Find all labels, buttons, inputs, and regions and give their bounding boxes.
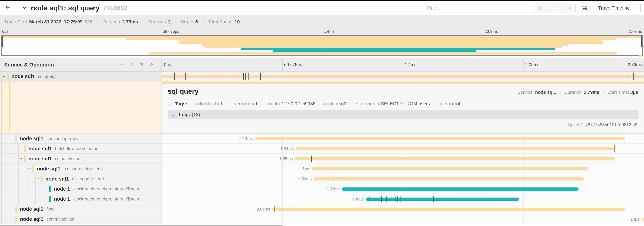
back-button[interactable] [0, 1, 16, 15]
horizontal-scrollbar[interactable] [0, 225, 282, 226]
span-timeline-cell[interactable]: 2.04ms [162, 204, 644, 214]
span-tree-cell[interactable]: node 1/cockroach.roachpb.Internal/Batch [0, 184, 162, 194]
locate-icon[interactable] [535, 3, 545, 13]
span-duration-bar[interactable] [272, 207, 625, 211]
find-next-chevron-down-icon[interactable] [555, 3, 565, 13]
tag-key: client [266, 101, 277, 106]
span-tree-cell[interactable]: node sql1dist sender send [0, 174, 162, 184]
keyboard-shortcuts-button[interactable]: ⌘ [579, 3, 590, 13]
find-input[interactable] [423, 3, 535, 13]
log-marker-tick [167, 73, 167, 80]
service-name: node sql1 [20, 136, 43, 141]
span-row[interactable]: node sql1txn coordinator send1.6ms [0, 164, 644, 174]
span-row[interactable]: node 1/cockroach.roachpb.Internal/Batch8… [0, 194, 644, 204]
span-row[interactable]: node sql1colbatchscan1.85ms [0, 154, 644, 164]
ruler-label: 1.4ms [405, 62, 416, 67]
span-tree-cell[interactable]: node 1/cockroach.roachpb.Internal/Batch [0, 194, 162, 204]
span-tree-cell[interactable]: node sql1flow [0, 204, 162, 214]
span-duration-bar[interactable] [312, 167, 588, 170]
span-duration-bar[interactable] [255, 137, 625, 140]
expand-chevron-down-icon[interactable] [26, 167, 32, 171]
expand-chevron-down-icon[interactable] [18, 157, 24, 161]
span-meta: Service: node sql1 | Duration: 2.79ms | … [518, 90, 638, 95]
span-detail-row: sql query Service: node sql1 | Duration:… [0, 82, 644, 134]
log-marker-tick [400, 196, 401, 202]
span-row[interactable]: node sql1commit sql txn14µs [0, 214, 644, 224]
span-tree-cell[interactable]: node sql1sql query [0, 72, 162, 82]
find-prev-chevron-up-icon[interactable] [545, 3, 555, 13]
tree-guide-line [10, 174, 10, 184]
find-clear-x-icon[interactable] [565, 3, 575, 13]
tree-guide-line [2, 214, 2, 224]
tree-guide-line [35, 184, 36, 194]
span-row[interactable]: node sql1flow2.04ms [0, 204, 644, 214]
tree-guide-line [35, 194, 36, 204]
tree-guide-line [2, 164, 2, 174]
span-timeline-cell[interactable]: 14µs [162, 214, 644, 224]
span-duration-bar[interactable] [162, 75, 644, 78]
tree-guide-line [27, 194, 27, 204]
chevron-down-icon [632, 6, 636, 10]
span-duration-bar[interactable] [296, 147, 614, 150]
span-timeline-cell[interactable]: 1.37ms [162, 184, 644, 194]
span-duration-bar[interactable] [295, 157, 614, 160]
service-name: node 1 [54, 196, 70, 202]
log-marker-tick [625, 206, 625, 212]
span-timeline-cell[interactable]: 886µs [162, 194, 644, 204]
service-operation-title: Service & Operation [4, 62, 54, 68]
span-timeline-cell[interactable] [162, 72, 644, 82]
expand-chevron-down-icon[interactable] [1, 74, 7, 78]
start-time-value: 0µs [630, 90, 638, 95]
page-title: node sql1: sql query [31, 4, 100, 12]
expand-chevron-down-icon[interactable] [10, 136, 16, 141]
span-tree-cell[interactable]: node sql1txn coordinator send [0, 164, 162, 174]
tag-equals: = [217, 102, 219, 106]
span-tree-cell[interactable]: node sql1consuming rows [0, 134, 162, 144]
span-tree-cell[interactable]: node sql1colbatchscan [0, 154, 162, 164]
span-row[interactable]: node sql1batch flow coordinator1.84ms [0, 144, 644, 154]
span-timeline-cell[interactable]: 2.14ms [162, 134, 644, 144]
span-duration-bar[interactable] [342, 187, 578, 191]
view-selector-button[interactable]: Trace Timeline [594, 3, 640, 13]
span-row[interactable]: node 1/cockroach.roachpb.Internal/Batch1… [0, 184, 644, 194]
span-tree-cell[interactable]: node sql1commit sql txn [0, 214, 162, 224]
span-duration-bar[interactable] [162, 82, 644, 84]
chevron-right-icon [168, 102, 172, 106]
log-marker-tick [292, 206, 292, 212]
ruler-label: 2.79ms [628, 62, 642, 67]
minimap-right-handle[interactable] [641, 36, 642, 47]
expand-one-chevron-right-icon[interactable] [129, 62, 134, 67]
tags-accordion[interactable]: Tags: _unfinished=1_verbose=1client=127.… [168, 101, 638, 107]
span-timeline-cell[interactable]: 1.85ms [162, 154, 644, 164]
page-header: node sql1: sql query 7418682 [0, 1, 644, 15]
tree-guide-line [2, 154, 2, 163]
span-duration-bar[interactable] [314, 177, 584, 180]
collapse-all-double-chevron-down-icon[interactable] [139, 62, 144, 67]
expand-chevron-down-icon[interactable] [35, 177, 41, 181]
span-duration-bar[interactable] [366, 197, 519, 201]
span-row[interactable]: node sql1consuming rows2.14ms [0, 134, 644, 144]
divider [168, 98, 638, 98]
minimap-left-handle[interactable] [2, 36, 3, 47]
tree-guide-line [2, 134, 2, 143]
span-timeline-cell[interactable]: 1.56ms [162, 174, 644, 184]
copy-link-icon[interactable] [633, 123, 638, 127]
collapse-trace-chevron-icon[interactable] [22, 5, 28, 11]
column-resize-grip[interactable] [159, 67, 160, 70]
log-marker-tick [248, 73, 248, 80]
timeline-minimap[interactable] [2, 35, 642, 56]
tag-value: 1 [255, 101, 258, 106]
span-row[interactable]: node sql1sql query [0, 72, 644, 82]
service-name: node sql1 [20, 206, 43, 212]
span-duration-bar[interactable] [642, 218, 644, 221]
log-marker-tick [240, 73, 240, 80]
span-tree-cell[interactable]: node sql1batch flow coordinator [0, 144, 162, 154]
span-timeline-cell[interactable]: 1.84ms [162, 144, 644, 154]
logs-accordion[interactable]: Logs (18) [168, 110, 638, 119]
span-row[interactable]: node sql1dist sender send1.56ms [0, 174, 644, 184]
span-timeline-cell[interactable]: 1.6ms [162, 164, 644, 174]
tag-key: node [324, 101, 334, 106]
minimap-span-bar [202, 44, 568, 46]
expand-all-double-chevron-right-icon[interactable] [149, 62, 154, 67]
collapse-one-chevron-down-icon[interactable] [120, 62, 125, 67]
